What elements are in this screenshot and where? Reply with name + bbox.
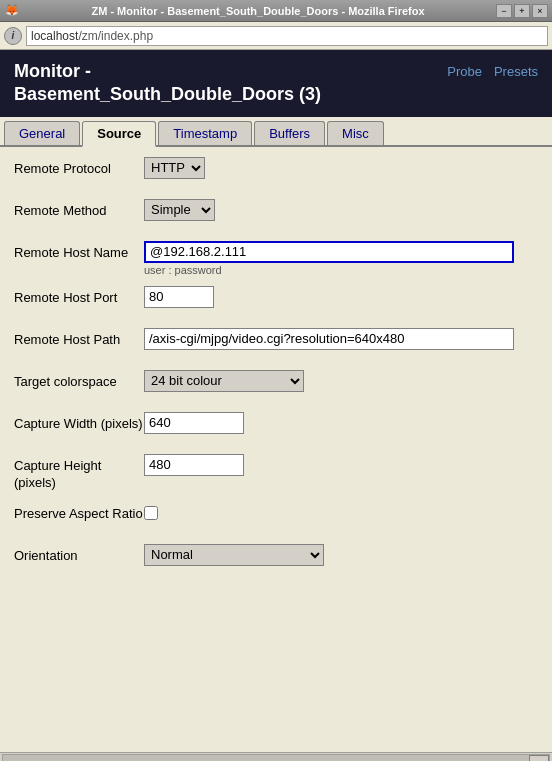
- tab-buffers[interactable]: Buffers: [254, 121, 325, 145]
- remote-host-port-row: Remote Host Port: [14, 286, 538, 318]
- remote-method-control: Simple Regexp HTTP: [144, 199, 538, 221]
- remote-protocol-label: Remote Protocol: [14, 157, 144, 178]
- preserve-aspect-ratio-control: [144, 502, 538, 523]
- capture-width-row: Capture Width (pixels): [14, 412, 538, 444]
- target-colorspace-control: 8 bit grey 24 bit colour 32 bit colour: [144, 370, 538, 392]
- close-button[interactable]: ×: [532, 4, 548, 18]
- monitor-title-line2: Basement_South_Double_Doors (3): [14, 83, 321, 106]
- url-host: localhost: [31, 29, 78, 43]
- remote-host-port-label: Remote Host Port: [14, 286, 144, 307]
- presets-link[interactable]: Presets: [494, 64, 538, 79]
- target-colorspace-select[interactable]: 8 bit grey 24 bit colour 32 bit colour: [144, 370, 304, 392]
- url-bar[interactable]: localhost/zm/index.php: [26, 26, 548, 46]
- tab-bar: General Source Timestamp Buffers Misc: [0, 117, 552, 147]
- firefox-icon: 🦊: [4, 3, 20, 19]
- orientation-select[interactable]: Normal Rotate 90° Rotate 180° Rotate 270…: [144, 544, 324, 566]
- header-links: Probe Presets: [447, 64, 538, 79]
- target-colorspace-label: Target colorspace: [14, 370, 144, 391]
- capture-height-row: Capture Height (pixels): [14, 454, 538, 492]
- remote-host-name-control: user : password: [144, 241, 538, 276]
- remote-host-port-control: [144, 286, 538, 308]
- header-title-block: Monitor - Basement_South_Double_Doors (3…: [14, 60, 321, 107]
- tab-timestamp[interactable]: Timestamp: [158, 121, 252, 145]
- info-icon: i: [4, 27, 22, 45]
- capture-height-control: [144, 454, 538, 476]
- remote-host-path-input[interactable]: [144, 328, 514, 350]
- scrollbar-area: [0, 752, 552, 761]
- orientation-label: Orientation: [14, 544, 144, 565]
- tab-general[interactable]: General: [4, 121, 80, 145]
- preserve-aspect-ratio-checkbox[interactable]: [144, 506, 158, 520]
- scrollbar-thumb[interactable]: [529, 755, 549, 761]
- remote-host-path-control: [144, 328, 538, 350]
- target-colorspace-row: Target colorspace 8 bit grey 24 bit colo…: [14, 370, 538, 402]
- app-header: Monitor - Basement_South_Double_Doors (3…: [0, 50, 552, 117]
- addressbar: i localhost/zm/index.php: [0, 22, 552, 50]
- remote-method-select[interactable]: Simple Regexp HTTP: [144, 199, 215, 221]
- remote-host-name-row: Remote Host Name user : password: [14, 241, 538, 276]
- preserve-aspect-ratio-label: Preserve Aspect Ratio: [14, 502, 144, 523]
- capture-width-input[interactable]: [144, 412, 244, 434]
- remote-method-label: Remote Method: [14, 199, 144, 220]
- remote-method-row: Remote Method Simple Regexp HTTP: [14, 199, 538, 231]
- window-controls: − + ×: [496, 4, 548, 18]
- preserve-aspect-ratio-row: Preserve Aspect Ratio: [14, 502, 538, 534]
- capture-height-label: Capture Height (pixels): [14, 454, 144, 492]
- remote-host-path-label: Remote Host Path: [14, 328, 144, 349]
- probe-link[interactable]: Probe: [447, 64, 482, 79]
- tab-misc[interactable]: Misc: [327, 121, 384, 145]
- remote-protocol-row: Remote Protocol HTTP RTSP FTP: [14, 157, 538, 189]
- scrollbar-track[interactable]: [2, 754, 550, 761]
- monitor-title-line1: Monitor -: [14, 60, 321, 83]
- host-name-hint: user : password: [144, 264, 538, 276]
- capture-width-control: [144, 412, 538, 434]
- remote-host-name-input[interactable]: [144, 241, 514, 263]
- orientation-row: Orientation Normal Rotate 90° Rotate 180…: [14, 544, 538, 576]
- tab-source[interactable]: Source: [82, 121, 156, 147]
- window-title: ZM - Monitor - Basement_South_Double_Doo…: [20, 5, 496, 17]
- capture-width-label: Capture Width (pixels): [14, 412, 144, 433]
- remote-protocol-control: HTTP RTSP FTP: [144, 157, 538, 179]
- minimize-button[interactable]: −: [496, 4, 512, 18]
- url-path: /zm/index.php: [78, 29, 153, 43]
- remote-protocol-select[interactable]: HTTP RTSP FTP: [144, 157, 205, 179]
- remote-host-name-label: Remote Host Name: [14, 241, 144, 262]
- titlebar: 🦊 ZM - Monitor - Basement_South_Double_D…: [0, 0, 552, 22]
- maximize-button[interactable]: +: [514, 4, 530, 18]
- orientation-control: Normal Rotate 90° Rotate 180° Rotate 270…: [144, 544, 538, 566]
- remote-host-path-row: Remote Host Path: [14, 328, 538, 360]
- remote-host-port-input[interactable]: [144, 286, 214, 308]
- capture-height-input[interactable]: [144, 454, 244, 476]
- form-area: Remote Protocol HTTP RTSP FTP Remote Met…: [0, 147, 552, 752]
